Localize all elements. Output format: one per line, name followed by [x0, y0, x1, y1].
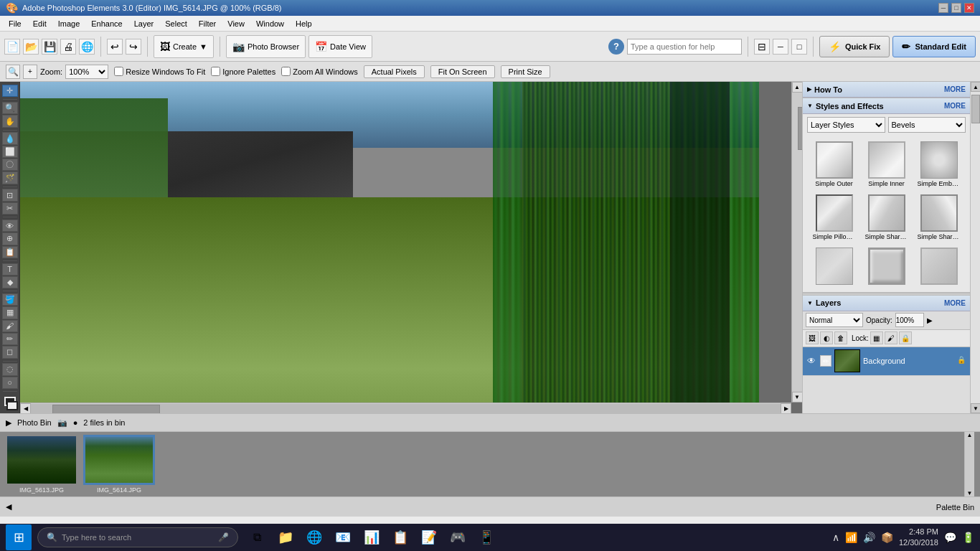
photo-thumb-5613[interactable]: IMG_5613.JPG: [6, 435, 77, 494]
open-file-icon[interactable]: 📂: [23, 39, 39, 55]
menu-enhance[interactable]: Enhance: [85, 16, 128, 32]
zoom-out-button[interactable]: 🔍: [6, 65, 20, 79]
styles-category-select[interactable]: Layer Styles Effects Filters: [807, 117, 885, 133]
style-thumb-extra2[interactable]: [861, 245, 912, 289]
chevron-up-icon[interactable]: ∧: [832, 532, 839, 543]
cookie-cutter-tool[interactable]: ✂: [2, 202, 18, 215]
eraser-tool[interactable]: ◻: [2, 346, 18, 358]
layer-adjustment-button[interactable]: ◐: [820, 331, 833, 344]
style-thumb-simple-sharp2[interactable]: Simple Sharp ...: [913, 192, 964, 243]
notification-icon[interactable]: 💬: [944, 532, 956, 543]
brush-tool[interactable]: 🖌: [2, 320, 18, 332]
search-bar[interactable]: 🔍 Type here to search 🎤: [37, 527, 238, 547]
dodge-tool[interactable]: ○: [2, 377, 18, 389]
menu-layer[interactable]: Layer: [128, 16, 160, 32]
crop-tool[interactable]: ⊡: [2, 189, 18, 201]
howto-more-link[interactable]: MORE: [944, 85, 966, 93]
text-tool[interactable]: T: [2, 263, 18, 276]
help-input[interactable]: [627, 39, 742, 55]
zoom-in-button[interactable]: +: [23, 65, 37, 79]
blend-mode-select[interactable]: Normal Multiply Screen: [806, 313, 863, 327]
layer-visibility-icon[interactable]: 👁: [806, 355, 817, 367]
howto-arrow-icon[interactable]: ▶: [807, 86, 811, 93]
print-icon[interactable]: 🖨: [60, 39, 76, 55]
magic-wand-tool[interactable]: 🪄: [2, 171, 18, 184]
file-explorer-app[interactable]: 📁: [273, 524, 298, 550]
scroll-right-button[interactable]: ▶: [781, 403, 791, 414]
minimize-button[interactable]: ─: [938, 3, 948, 13]
right-vscroll-up-button[interactable]: ▲: [971, 82, 980, 92]
lock-image-button[interactable]: 🖌: [885, 331, 897, 344]
fit-on-screen-button[interactable]: Fit On Screen: [430, 65, 495, 78]
clone-tool[interactable]: 📋: [2, 246, 18, 258]
menu-image[interactable]: Image: [52, 16, 86, 32]
layers-arrow-icon[interactable]: ▼: [807, 300, 813, 306]
excel-app[interactable]: 📊: [359, 524, 385, 550]
close-button[interactable]: ✕: [964, 3, 974, 13]
move-tool[interactable]: ✛: [2, 85, 18, 97]
window-layout-icon[interactable]: ⊟: [754, 39, 770, 55]
date-view-button[interactable]: 📅 Date View: [308, 35, 372, 58]
paint-bucket-tool[interactable]: 🪣: [2, 293, 18, 306]
blur-tool[interactable]: ◌: [2, 363, 18, 375]
window-min-icon[interactable]: ─: [773, 39, 788, 55]
eyedropper-tool[interactable]: 💧: [2, 132, 18, 144]
scroll-down-button[interactable]: ▼: [792, 392, 803, 402]
layer-row-background[interactable]: 👁 ✏ Background 🔒: [803, 347, 970, 376]
style-thumb-simple-pillow[interactable]: Simple Pillow ...: [809, 192, 859, 243]
palette-bin-label[interactable]: Palette Bin: [936, 503, 974, 512]
project-app[interactable]: 📋: [387, 524, 413, 550]
volume-icon[interactable]: 🔊: [863, 532, 875, 543]
marquee-tool[interactable]: ⬜: [2, 146, 18, 158]
layers-more-link[interactable]: MORE: [944, 299, 966, 307]
resize-windows-checkbox[interactable]: Resize Windows To Fit: [114, 67, 205, 76]
style-thumb-simple-sharp1[interactable]: Simple Sharp ...: [861, 192, 912, 243]
print-size-button[interactable]: Print Size: [501, 65, 550, 78]
v-scroll-thumb[interactable]: [798, 107, 802, 150]
menu-file[interactable]: File: [3, 16, 27, 32]
style-thumb-extra3[interactable]: [913, 245, 964, 289]
zoom-select[interactable]: 100% 50% 200%: [65, 65, 108, 79]
new-file-icon[interactable]: 📄: [4, 39, 20, 55]
right-vscroll-down-button[interactable]: ▼: [971, 403, 980, 413]
app9[interactable]: 📱: [473, 524, 499, 550]
web-icon[interactable]: 🌐: [79, 39, 95, 55]
undo-icon[interactable]: ↩: [107, 39, 123, 55]
palette-bin-arrow-icon[interactable]: ◀: [6, 502, 11, 512]
quick-fix-button[interactable]: ⚡ Quick Fix: [819, 36, 890, 57]
redo-icon[interactable]: ↪: [126, 39, 141, 55]
background-color[interactable]: [6, 401, 18, 410]
maximize-button[interactable]: □: [951, 3, 961, 13]
menu-view[interactable]: View: [222, 16, 250, 32]
clock[interactable]: 2:48 PM 12/30/2018: [899, 527, 938, 549]
menu-select[interactable]: Select: [159, 16, 193, 32]
chrome-app[interactable]: 🌐: [301, 524, 327, 550]
style-thumb-extra1[interactable]: [809, 245, 859, 289]
lasso-tool[interactable]: 〇: [2, 159, 18, 171]
app8[interactable]: 🎮: [445, 524, 471, 550]
style-thumb-simple-emboss[interactable]: Simple Emboss: [913, 138, 964, 190]
photo-bin-vscroll-up[interactable]: ▲: [967, 432, 973, 438]
opacity-input[interactable]: [895, 313, 924, 327]
photo-bin-arrow-icon[interactable]: ▶: [6, 418, 11, 428]
h-scroll-track[interactable]: [31, 404, 781, 413]
save-file-icon[interactable]: 💾: [42, 39, 57, 55]
battery-icon[interactable]: 🔋: [962, 532, 974, 543]
zoom-all-windows-checkbox[interactable]: Zoom All Windows: [281, 67, 357, 76]
ignore-palettes-checkbox[interactable]: Ignore Palettes: [211, 67, 275, 76]
right-vscroll-track[interactable]: [971, 92, 980, 403]
dropbox-icon[interactable]: 📦: [881, 532, 893, 543]
gradient-tool[interactable]: ▦: [2, 306, 18, 319]
pencil-tool[interactable]: ✏: [2, 333, 18, 345]
opacity-arrow-icon[interactable]: ▶: [927, 316, 933, 324]
style-thumb-simple-inner[interactable]: Simple Inner: [861, 138, 912, 190]
hand-tool[interactable]: ✋: [2, 115, 18, 127]
layer-delete-button[interactable]: 🗑: [834, 331, 847, 344]
help-icon[interactable]: ?: [608, 39, 624, 55]
right-vscroll-thumb[interactable]: [971, 95, 980, 123]
network-icon[interactable]: 📶: [845, 532, 857, 543]
red-eye-tool[interactable]: 👁: [2, 220, 18, 232]
outlook-app[interactable]: 📧: [330, 524, 356, 550]
actual-pixels-button[interactable]: Actual Pixels: [364, 65, 425, 78]
photo-thumb-5614[interactable]: IMG_5614.JPG: [83, 435, 155, 494]
